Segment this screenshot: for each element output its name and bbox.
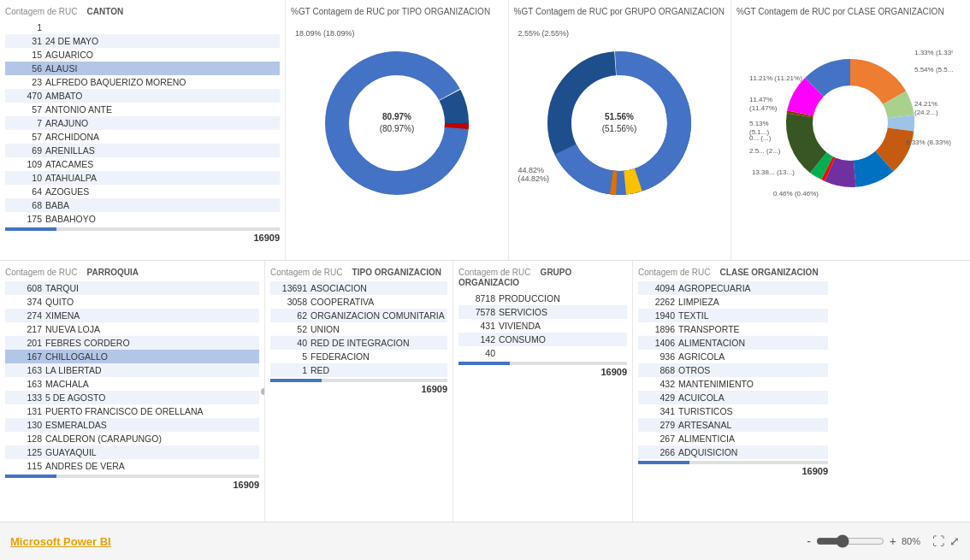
cell-label: GUAYAQUIL <box>44 445 259 459</box>
cell-num: 7578 <box>458 305 497 319</box>
table-row: 64AZOGUES <box>5 185 280 198</box>
cell-num: 57 <box>5 130 44 144</box>
clase-col2-header: CLASE ORGANIZACION <box>720 268 819 277</box>
canton-scroll[interactable] <box>5 227 280 231</box>
cell-label: ARAJUNO <box>44 116 280 130</box>
clase-scroll[interactable] <box>638 461 828 464</box>
svg-text:(24.2...): (24.2...) <box>914 109 938 116</box>
zoom-minus[interactable]: - <box>807 534 811 548</box>
tipo-col1-header: Contagem de RUC <box>270 268 342 277</box>
table-row: 115ANDRES DE VERA <box>5 459 259 473</box>
table-row: 1 <box>5 21 280 34</box>
cell-num: 279 <box>638 418 677 432</box>
tipo-label-top: 18.09% (18.09%) <box>295 29 355 38</box>
cell-label: ESMERALDAS <box>44 418 259 432</box>
table-row: 868OTROS <box>638 363 828 377</box>
cell-label: ARCHIDONA <box>44 130 280 144</box>
tipo-scroll[interactable] <box>270 379 447 382</box>
cell-num: 64 <box>5 185 44 198</box>
svg-point-3 <box>359 85 435 161</box>
canton-title: Contagem de RUC CANTON <box>5 7 280 17</box>
svg-text:5.13%: 5.13% <box>749 120 769 127</box>
table-row: 4094AGROPECUARIA <box>638 281 828 295</box>
table-row: 1335 DE AGOSTO <box>5 391 259 404</box>
cell-label: ARTESANAL <box>677 418 828 432</box>
clase-table: 4094AGROPECUARIA2262LIMPIEZA1940TEXTIL18… <box>638 281 828 459</box>
cell-num: 5 <box>270 350 309 363</box>
table-row: 470AMBATO <box>5 89 280 103</box>
table-row: 201FEBRES CORDERO <box>5 336 259 350</box>
cell-num: 432 <box>638 377 677 391</box>
cell-label: CONSUMO <box>497 333 627 346</box>
cell-num: 131 <box>5 404 44 418</box>
cell-label: RED DE INTEGRACION <box>309 336 447 350</box>
cell-num: 10 <box>5 171 44 185</box>
table-row: 23ALFREDO BAQUERIZO MORENO <box>5 75 280 89</box>
cell-num: 15 <box>5 48 44 62</box>
table-row: 52UNION <box>270 322 447 336</box>
cell-num: 125 <box>5 445 44 459</box>
cell-label: ATACAMES <box>44 157 280 171</box>
zoom-plus[interactable]: + <box>890 534 896 548</box>
table-row: 69ARENILLAS <box>5 144 280 157</box>
table-row: 936AGRICOLA <box>638 350 828 363</box>
cell-label: TEXTIL <box>677 309 828 322</box>
cell-num: 8718 <box>458 292 497 305</box>
cell-label: QUITO <box>44 295 259 309</box>
cell-label: AGRICOLA <box>677 350 828 363</box>
fullscreen-icon[interactable]: ⤢ <box>949 534 960 548</box>
table-row: 40 <box>458 346 627 360</box>
table-row: 163MACHALA <box>5 377 259 391</box>
cell-label: XIMENA <box>44 309 259 322</box>
table-row: 15AGUARICO <box>5 48 280 62</box>
table-row: 131PUERTO FRANCISCO DE ORELLANA <box>5 404 259 418</box>
canton-total: 16909 <box>5 233 280 243</box>
cell-num: 266 <box>638 445 677 459</box>
cell-num: 167 <box>5 350 44 363</box>
cell-num: 130 <box>5 418 44 432</box>
svg-text:24.21%: 24.21% <box>914 100 937 108</box>
cell-label: COOPERATIVA <box>309 295 447 309</box>
chart-tipo-title: %GT Contagem de RUC por TIPO ORGANIZACIO… <box>291 7 502 17</box>
table-row: 62ORGANIZACION COMUNITARIA <box>270 309 447 322</box>
cell-num: 1406 <box>638 336 677 350</box>
grupo-scroll[interactable] <box>458 362 627 365</box>
cell-label: ATAHUALPA <box>44 171 280 185</box>
cell-num: 142 <box>458 333 497 346</box>
cell-label: NUEVA LOJA <box>44 322 259 336</box>
svg-text:8.33% (8.33%): 8.33% (8.33%) <box>906 139 951 146</box>
grupo-title: Contagem de RUC GRUPO ORGANIZACIO <box>458 268 627 288</box>
cell-num: 52 <box>270 322 309 336</box>
svg-text:1.33% (1.33%): 1.33% (1.33%) <box>914 49 953 56</box>
cell-num: 128 <box>5 432 44 445</box>
svg-text:11.21% (11.21%): 11.21% (11.21%) <box>749 74 802 82</box>
parroquia-total: 16909 <box>5 480 259 490</box>
fit-page-icon[interactable]: ⛶ <box>932 534 944 548</box>
cell-label: CALDERON (CARAPUNGO) <box>44 432 259 445</box>
table-row: 7ARAJUNO <box>5 116 280 130</box>
powerbi-logo[interactable]: Microsoft Power BI <box>10 535 111 548</box>
cell-label: UNION <box>309 322 447 336</box>
svg-text:0.46% (0.46%): 0.46% (0.46%) <box>773 190 819 197</box>
table-row: 608TARQUI <box>5 281 259 295</box>
cell-label: ADQUISICION <box>677 445 828 459</box>
parroquia-table: 608TARQUI374QUITO274XIMENA217NUEVA LOJA2… <box>5 281 259 473</box>
table-row: 40RED DE INTEGRACION <box>270 336 447 350</box>
parroquia-scroll[interactable] <box>5 475 259 478</box>
cell-num: 115 <box>5 459 44 473</box>
svg-text:51.56%: 51.56% <box>605 112 634 121</box>
zoom-slider[interactable] <box>816 534 884 548</box>
canton-panel: Contagem de RUC CANTON 13124 DE MAYO15AG… <box>0 0 286 260</box>
table-row: 163LA LIBERTAD <box>5 363 259 377</box>
cell-label: TARQUI <box>44 281 259 295</box>
cell-num: 163 <box>5 363 44 377</box>
zoom-percent: 80% <box>902 536 927 546</box>
svg-text:(5.1...): (5.1...) <box>749 128 769 136</box>
zoom-controls: - + 80% ⛶ ⤢ <box>807 534 960 548</box>
cell-label: FEDERACION <box>309 350 447 363</box>
canton-table: 13124 DE MAYO15AGUARICO56ALAUSI23ALFREDO… <box>5 21 280 226</box>
table-row: 128CALDERON (CARAPUNGO) <box>5 432 259 445</box>
cell-label: ALAUSI <box>44 62 280 75</box>
table-row: 374QUITO <box>5 295 259 309</box>
cell-label: FEBRES CORDERO <box>44 336 259 350</box>
